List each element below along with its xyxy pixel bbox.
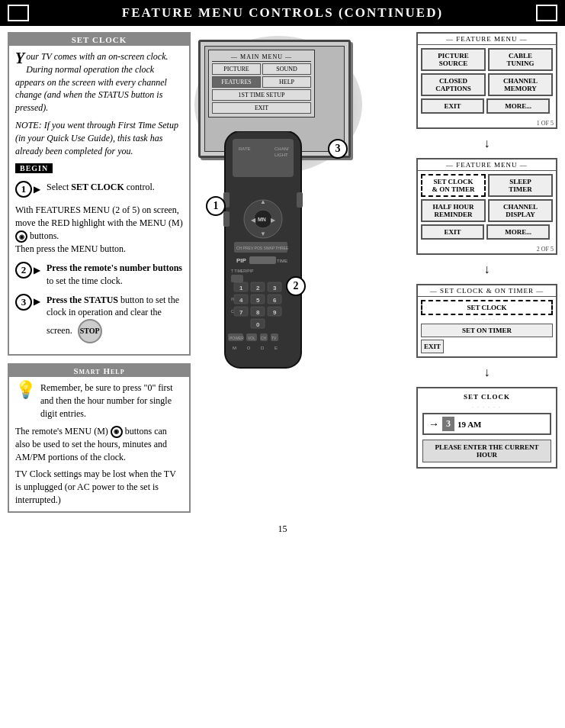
header-box	[8, 5, 29, 21]
fm1-closed-captions: CLOSEDCAPTIONS	[421, 73, 486, 96]
fm2-page: 2 OF 5	[418, 245, 556, 253]
menus-column: — FEATURE MENU — PICTURESOURCE CABLETUNI…	[416, 32, 557, 469]
svg-text:2: 2	[256, 285, 260, 292]
fm1-picture-source: PICTURESOURCE	[421, 48, 486, 71]
arrow-2: ↓	[416, 263, 557, 276]
svg-text:1: 1	[239, 285, 243, 292]
svg-rect-1	[233, 139, 294, 177]
begin-badge: BEGIN	[15, 163, 53, 173]
svg-rect-21	[231, 275, 243, 282]
left-column: Set Clock Your TV comes with an on-scree…	[8, 32, 191, 513]
clock-input-panel: SET CLOCK · · · · · · → 3 19 AM PLEASE E…	[416, 387, 557, 469]
svg-text:3: 3	[273, 285, 277, 292]
smart-help-para1-row: 💡 Remember, be sure to press "0" first a…	[15, 382, 183, 420]
fm2-channel-display: CHANNELDISPLAY	[488, 199, 553, 222]
svg-text:TV: TV	[271, 336, 277, 340]
step-3: 3 ▶ Press the STATUS button to set the c…	[15, 294, 183, 344]
feature-menu-1-content: PICTURESOURCE CABLETUNING CLOSEDCAPTIONS…	[418, 45, 556, 119]
arrow-1: ↓	[416, 137, 557, 150]
fm2-set-clock: SET CLOCK& ON TIMER	[421, 174, 486, 197]
smart-help-section: Smart Help 💡 Remember, be sure to press …	[8, 363, 191, 513]
mm-exit: EXIT	[212, 102, 311, 114]
main-menu-title: — MAIN MENU —	[212, 53, 311, 62]
feature-menu-2-content: SET CLOCK& ON TIMER SLEEPTIMER HALF HOUR…	[418, 171, 556, 245]
smart-help-title: Smart Help	[9, 365, 189, 377]
sct-dots: · · · · · · ·	[421, 317, 553, 322]
svg-text:T TIMER/PIP: T TIMER/PIP	[231, 269, 254, 273]
step-1-number: 1	[15, 181, 32, 198]
menu-icon: ◉	[15, 230, 27, 243]
diagram-num-2: 2	[286, 276, 306, 296]
sct-set-clock-btn: SET CLOCK	[421, 300, 553, 315]
fm2-sleep-timer: SLEEPTIMER	[488, 174, 553, 197]
clock-arrow-icon: →	[429, 418, 439, 430]
svg-rect-14	[223, 211, 230, 227]
mm-picture: PICTURE	[212, 63, 261, 75]
smart-help-para1: Remember, be sure to press "0" first and…	[40, 382, 183, 420]
mm-features: FEATURES	[212, 76, 261, 88]
remote-svg: RATE CHAN/ LIGHT ▲ ◀ ▶ ▼ MN	[217, 131, 309, 375]
set-clock-intro: Your TV comes with an on-screen clock. D…	[15, 50, 183, 114]
svg-text:▶: ▶	[271, 217, 276, 224]
clock-input-content: SET CLOCK · · · · · · → 3 19 AM PLEASE E…	[418, 388, 556, 467]
svg-text:PIP: PIP	[236, 257, 247, 264]
arrow-3: ↓	[416, 366, 557, 379]
svg-text:5: 5	[256, 297, 260, 304]
step-3-number: 3	[15, 294, 32, 311]
menu-icon-2: ◉	[111, 426, 123, 438]
mm-first-time: 1ST TIME SETUP	[212, 89, 311, 101]
feature-menu-1: — FEATURE MENU — PICTURESOURCE CABLETUNI…	[416, 32, 557, 129]
set-clock-note: NOTE: If you went through First Time Set…	[15, 119, 183, 157]
stop-badge: STOP	[78, 319, 102, 343]
diagram-num-1: 1	[206, 196, 226, 216]
mm-sound: SOUND	[262, 63, 311, 75]
step-1: 1 ▶ Select SET CLOCK control.	[15, 181, 183, 198]
smart-help-para2: The remote's MENU (M) ◉ buttons can also…	[15, 425, 183, 464]
svg-text:9: 9	[273, 309, 277, 316]
fm1-bottom-row: EXIT MORE...	[421, 98, 553, 114]
main-content: Set Clock Your TV comes with an on-scree…	[0, 26, 565, 519]
fm2-more: MORE...	[486, 224, 550, 240]
svg-text:6: 6	[273, 297, 277, 304]
main-menu-panel: — MAIN MENU — PICTURE SOUND FEATURES HEL…	[208, 50, 315, 118]
sct-on-timer-btn: SET ON TIMER	[421, 324, 553, 337]
svg-text:CH PREV  POS  SWAP  THREE: CH PREV POS SWAP THREE	[236, 246, 289, 250]
page-title: Feature Menu Controls (Continued)	[29, 5, 536, 21]
svg-text:POWER: POWER	[230, 336, 244, 340]
svg-text:MN: MN	[258, 217, 266, 222]
svg-text:7: 7	[239, 309, 243, 316]
fm1-exit: EXIT	[421, 98, 484, 114]
step-3-text: Press the STATUS button to set the clock…	[47, 294, 183, 344]
diagram-num-3: 3	[328, 139, 348, 159]
fm1-more: MORE...	[486, 98, 550, 114]
fm1-page: 1 OF 5	[418, 119, 556, 127]
step-2-number: 2	[15, 262, 32, 279]
step-1-text: Select SET CLOCK control.	[47, 181, 183, 194]
set-clock-timer-panel: — SET CLOCK & ON TIMER — SET CLOCK · · ·…	[416, 284, 557, 358]
svg-text:▲: ▲	[260, 198, 266, 205]
step-2: 2 ▶ Press the remote's number buttons to…	[15, 262, 183, 288]
page-number: 15	[0, 519, 565, 540]
svg-text:CH: CH	[261, 336, 267, 340]
fm2-bottom-row: EXIT MORE...	[421, 224, 553, 240]
feature-menu-2-title: — FEATURE MENU —	[418, 159, 556, 171]
features-menu-instruction: With FEATURES MENU (2 of 5) on screen, m…	[15, 204, 183, 256]
svg-text:0: 0	[256, 321, 260, 328]
svg-text:M O D E: M O D E	[233, 346, 282, 350]
svg-text:8: 8	[256, 309, 260, 316]
mm-help: HELP	[262, 76, 311, 88]
fm2-half-hour: HALF HOURREMINDER	[421, 199, 486, 222]
clock-prompt: PLEASE ENTER THE CURRENT HOUR	[422, 440, 551, 462]
smart-help-para3: TV Clock settings may be lost when the T…	[15, 468, 183, 506]
clock-time: 19 AM	[457, 420, 481, 429]
fm1-cable-tuning: CABLETUNING	[488, 48, 553, 71]
svg-text:▼: ▼	[260, 230, 266, 237]
svg-text:4: 4	[239, 297, 243, 304]
set-clock-section: Set Clock Your TV comes with an on-scree…	[8, 32, 191, 356]
svg-text:RATE: RATE	[239, 147, 251, 151]
svg-text:CHAN/: CHAN/	[274, 147, 289, 151]
svg-text:LIGHT: LIGHT	[274, 153, 288, 157]
right-column: — MAIN MENU — PICTURE SOUND FEATURES HEL…	[198, 32, 557, 513]
feature-menu-1-grid: PICTURESOURCE CABLETUNING CLOSEDCAPTIONS…	[421, 48, 553, 96]
sct-exit-btn: EXIT	[421, 340, 444, 353]
